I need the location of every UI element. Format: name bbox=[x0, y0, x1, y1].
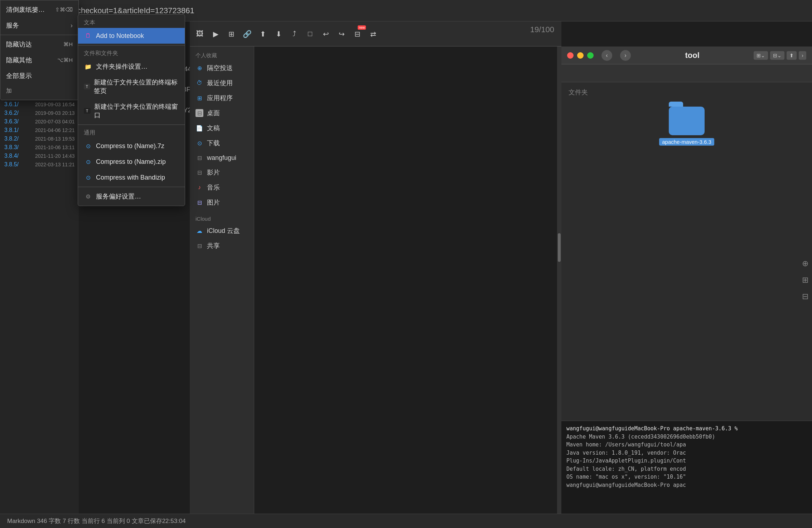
terminal-line-5: Plug-Ins/JavaAppletPlugin.plugin/Cont bbox=[566, 457, 807, 465]
section-header-general: 通用 bbox=[78, 126, 185, 138]
airdrop-icon: ⊕ bbox=[195, 64, 203, 72]
terminal-line-6: Default locale: zh_CN, platform encod bbox=[566, 465, 807, 473]
toolbar-link-icon[interactable]: 🔗 bbox=[241, 28, 253, 40]
finder-section-label: 文件夹 bbox=[561, 82, 812, 99]
finder-sidebar: 个人收藏 ⊕ 隔空投送 ⏱ 最近使用 ⊞ 应用程序 ⊟ 桌面 📄 文稿 ⊙ 下载… bbox=[190, 47, 254, 514]
toolbar-image-icon[interactable]: 🖼 bbox=[193, 28, 206, 40]
desktop-icon: ⊟ bbox=[195, 109, 203, 117]
compress-bandizip-icon: ⊙ bbox=[84, 173, 92, 182]
compress-7z-item[interactable]: ⊙ Compress to (Name).7z bbox=[78, 138, 185, 154]
sidebar-item-recents[interactable]: ⏱ 最近使用 bbox=[190, 75, 254, 91]
crosshair-icon[interactable]: ⊕ bbox=[802, 259, 808, 268]
editor-toolbar: 🖼 ▶ ⊞ 🔗 ⬆ ⬇ ⤴ □ ↩ ↪ ⊟ new ⇄ bbox=[190, 21, 561, 47]
file-item-15[interactable]: 3.8.3/ 2021-10-06 13:11 bbox=[0, 143, 79, 152]
toolbar-share-icon[interactable]: ⤴ bbox=[288, 28, 301, 40]
sidebar-item-icloud-drive[interactable]: ☁ iCloud 云盘 bbox=[190, 223, 254, 238]
new-terminal-tab-item[interactable]: T 新建位于文件夹位置的终端标签页 bbox=[78, 74, 185, 99]
left-context-menu: 清倒废纸篓… ⇧⌘⌫ 服务 隐藏访达 ⌘H 隐藏其他 ⌥⌘H 全部显示 加 bbox=[0, 0, 79, 100]
scrollbar-thumb[interactable] bbox=[558, 233, 561, 262]
toolbar-preview-icon[interactable]: □ bbox=[304, 28, 316, 40]
folder-name: apache-maven-3.6.3 bbox=[659, 138, 714, 146]
file-item-16[interactable]: 3.8.4/ 2021-11-20 14:43 bbox=[0, 152, 79, 160]
finder-list-view-button[interactable]: ⊟⌄ bbox=[770, 51, 784, 60]
sidebar-item-music[interactable]: ♪ 音乐 bbox=[190, 180, 254, 195]
finder-share-button[interactable]: ⬆ bbox=[787, 51, 797, 60]
traffic-light-green[interactable] bbox=[587, 52, 594, 59]
menu-shortcut-trash: ⇧⌘⌫ bbox=[55, 6, 73, 13]
new-feature-badge: new bbox=[358, 25, 366, 30]
compress-zip-item[interactable]: ⊙ Compress to (Name).zip bbox=[78, 154, 185, 170]
pictures-icon: ⊟ bbox=[195, 199, 203, 206]
file-item-10[interactable]: 3.6.1/ 2019-09-03 16:54 bbox=[0, 100, 79, 109]
menu-divider-1 bbox=[0, 35, 78, 35]
applications-icon: ⊞ bbox=[195, 94, 203, 102]
compress-bandizip-item[interactable]: ⊙ Compress with Bandizip bbox=[78, 170, 185, 185]
menu-item-trash[interactable]: 清倒废纸篓… ⇧⌘⌫ bbox=[0, 2, 78, 18]
terminal-panel: wangfugui@wangfuguideMacBook-Pro apache-… bbox=[561, 421, 812, 514]
menu-item-services[interactable]: 服务 bbox=[0, 18, 78, 33]
scrollbar-track[interactable] bbox=[557, 47, 561, 514]
toolbar-upload-icon[interactable]: ⬆ bbox=[256, 28, 269, 40]
folder-operations-item[interactable]: 📁 文件夹操作设置… bbox=[78, 59, 185, 74]
finder-titlebar: ‹ › tool ⊞⌄ ⊟⌄ ⬆ › bbox=[561, 47, 812, 64]
icloud-drive-icon: ☁ bbox=[195, 227, 203, 235]
gear-icon: ⚙ bbox=[84, 192, 92, 201]
sidebar-section-icloud: iCloud bbox=[190, 210, 254, 223]
status-bar-text: Markdown 346 字数 7 行数 当前行 6 当前列 0 文章已保存22… bbox=[7, 517, 186, 525]
finder-forward-button[interactable]: › bbox=[620, 50, 631, 61]
sidebar-section-personal: 个人收藏 bbox=[190, 47, 254, 60]
terminal-tab-icon: T bbox=[84, 84, 90, 89]
menu-item-add[interactable]: 加 bbox=[0, 84, 78, 98]
menu-item-hide-others[interactable]: 隐藏其他 ⌥⌘H bbox=[0, 52, 78, 68]
file-item-13[interactable]: 3.8.1/ 2021-04-06 12:21 bbox=[0, 126, 79, 135]
recents-icon: ⏱ bbox=[195, 79, 203, 87]
sidebar-item-pictures[interactable]: ⊟ 图片 bbox=[190, 195, 254, 210]
file-item-17[interactable]: 3.8.5/ 2022-03-13 11:21 bbox=[0, 160, 79, 169]
traffic-light-yellow[interactable] bbox=[577, 52, 584, 59]
menu-item-hide-finder[interactable]: 隐藏访达 ⌘H bbox=[0, 36, 78, 52]
toolbar-video-icon[interactable]: ▶ bbox=[209, 28, 222, 40]
home-icon: ⊟ bbox=[195, 154, 203, 162]
file-item-11[interactable]: 3.6.2/ 2019-09-03 20:13 bbox=[0, 109, 79, 117]
sidebar-item-applications[interactable]: ⊞ 应用程序 bbox=[190, 91, 254, 106]
finder-side-actions: ⊕ ⊞ ⊟ bbox=[802, 259, 808, 301]
section-header-text: 文本 bbox=[78, 16, 185, 28]
traffic-light-red[interactable] bbox=[567, 52, 574, 59]
folder-settings-icon: 📁 bbox=[84, 62, 92, 71]
right-menu-divider-3 bbox=[78, 187, 185, 187]
toolbar-download-icon[interactable]: ⬇ bbox=[272, 28, 285, 40]
terminal-line-8: wangfugui@wangfuguideMacBook-Pro apac bbox=[566, 481, 807, 489]
sidebar-item-desktop[interactable]: ⊟ 桌面 bbox=[190, 106, 254, 121]
sidebar-item-documents[interactable]: 📄 文稿 bbox=[190, 121, 254, 136]
notebook-icon: 🗒 bbox=[84, 31, 92, 40]
finder-more-button[interactable]: › bbox=[799, 51, 806, 60]
add-to-notebook-item[interactable]: 🗒 Add to Notebook bbox=[78, 28, 185, 44]
terminal-line-2: Apache Maven 3.6.3 (cecedd343002696d0ebb… bbox=[566, 433, 807, 441]
finder-icon-view-button[interactable]: ⊞⌄ bbox=[754, 51, 768, 60]
folder-icon[interactable] bbox=[669, 107, 705, 135]
toolbar-redo-icon[interactable]: ↪ bbox=[335, 28, 348, 40]
toolbar-new-feature-icon[interactable]: ⊟ new bbox=[351, 28, 364, 40]
sidebar-item-home[interactable]: ⊟ wangfugui bbox=[190, 151, 254, 165]
toolbar-swap-icon[interactable]: ⇄ bbox=[367, 28, 380, 40]
finder-back-button[interactable]: ‹ bbox=[601, 50, 612, 61]
minimize-icon[interactable]: ⊟ bbox=[802, 292, 808, 301]
toolbar-undo-icon[interactable]: ↩ bbox=[319, 28, 332, 40]
right-menu-divider-2 bbox=[78, 124, 185, 125]
menu-item-show-all[interactable]: 全部显示 bbox=[0, 68, 78, 84]
sidebar-item-movies[interactable]: ⊟ 影片 bbox=[190, 165, 254, 180]
terminal-line-1: wangfugui@wangfuguideMacBook-Pro apache-… bbox=[566, 425, 807, 433]
toolbar-table-icon[interactable]: ⊞ bbox=[225, 28, 238, 40]
terminal-line-7: OS name: "mac os x", version: "10.16" bbox=[566, 473, 807, 481]
new-terminal-window-item[interactable]: T 新建位于文件夹位置的终端窗口 bbox=[78, 99, 185, 123]
service-preferences-item[interactable]: ⚙ 服务偏好设置… bbox=[78, 189, 185, 204]
documents-icon: 📄 bbox=[195, 124, 203, 132]
sidebar-item-downloads[interactable]: ⊙ 下载 bbox=[190, 136, 254, 151]
file-item-12[interactable]: 3.6.3/ 2020-07-03 04:01 bbox=[0, 117, 79, 126]
file-item-14[interactable]: 3.8.2/ 2021-08-13 19:53 bbox=[0, 135, 79, 143]
sidebar-item-airdrop[interactable]: ⊕ 隔空投送 bbox=[190, 60, 254, 75]
expand-icon[interactable]: ⊞ bbox=[802, 275, 808, 285]
terminal-window-icon: T bbox=[84, 108, 91, 114]
downloads-icon: ⊙ bbox=[195, 139, 203, 147]
sidebar-item-shared[interactable]: ⊟ 共享 bbox=[190, 238, 254, 253]
